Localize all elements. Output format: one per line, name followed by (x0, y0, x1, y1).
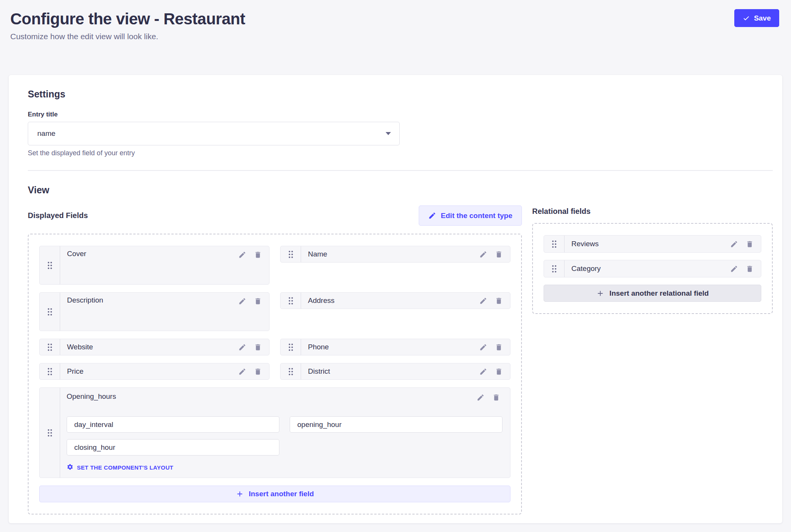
pencil-icon (730, 265, 738, 273)
subfield-label: day_interval (74, 421, 113, 429)
relational-row: Category (544, 260, 761, 277)
trash-icon (254, 297, 262, 305)
field-label: Price (67, 367, 236, 376)
save-button[interactable]: Save (734, 9, 779, 27)
edit-field-button[interactable] (477, 296, 490, 306)
pencil-icon (730, 240, 738, 248)
delete-field-button[interactable] (493, 296, 505, 306)
field-card-description[interactable]: Description (39, 292, 270, 331)
page-subtitle: Customize how the edit view will look li… (10, 32, 780, 41)
component-card-opening-hours[interactable]: Opening_hours day_interval opening_hour (39, 387, 510, 478)
relational-field-label: Reviews (571, 240, 728, 248)
component-label: Opening_hours (67, 392, 474, 401)
field-label: Phone (308, 343, 477, 351)
field-card-cover[interactable]: Cover (39, 246, 270, 285)
drag-handle[interactable] (544, 260, 565, 277)
displayed-fields-label: Displayed Fields (28, 211, 88, 220)
drag-handle[interactable] (40, 363, 60, 379)
edit-field-button[interactable] (477, 342, 490, 352)
drag-handle-icon (288, 343, 294, 352)
edit-content-type-button[interactable]: Edit the content type (419, 205, 522, 226)
drag-handle[interactable] (40, 246, 60, 284)
trash-icon (495, 368, 503, 376)
drag-handle[interactable] (281, 246, 301, 262)
delete-field-button[interactable] (490, 392, 502, 403)
field-label: Cover (67, 250, 236, 258)
delete-field-button[interactable] (252, 250, 264, 260)
drag-handle-icon (288, 296, 294, 305)
delete-field-button[interactable] (252, 366, 264, 377)
relational-fields-column: Relational fields Reviews (532, 196, 773, 514)
delete-field-button[interactable] (743, 264, 756, 274)
edit-field-button[interactable] (236, 296, 249, 306)
section-divider (28, 170, 773, 171)
set-component-layout-label: SET THE COMPONENT'S LAYOUT (77, 464, 173, 471)
edit-field-button[interactable] (728, 264, 740, 274)
drag-handle-icon (288, 250, 294, 259)
edit-content-type-label: Edit the content type (441, 212, 512, 220)
displayed-fields-container: Cover Nam (28, 234, 522, 514)
pencil-icon (479, 297, 487, 305)
trash-icon (495, 297, 503, 305)
delete-field-button[interactable] (252, 296, 264, 306)
component-subfield: closing_hour (67, 439, 279, 456)
edit-field-button[interactable] (477, 249, 490, 260)
gear-icon (67, 464, 73, 471)
field-label: District (308, 367, 477, 376)
drag-handle[interactable] (40, 388, 60, 478)
drag-handle[interactable] (281, 339, 301, 355)
set-component-layout-link[interactable]: SET THE COMPONENT'S LAYOUT (67, 464, 173, 471)
edit-field-button[interactable] (236, 250, 249, 260)
entry-title-label: Entry title (28, 111, 773, 118)
entry-title-hint: Set the displayed field of your entry (28, 149, 773, 157)
trash-icon (254, 343, 262, 351)
edit-field-button[interactable] (477, 366, 490, 377)
field-card-district[interactable]: District (280, 363, 510, 380)
pencil-icon (477, 393, 485, 401)
drag-handle[interactable] (281, 293, 301, 309)
field-card-name[interactable]: Name (280, 246, 510, 263)
trash-icon (492, 393, 500, 401)
relational-field-card-reviews[interactable]: Reviews (544, 235, 761, 253)
field-label: Name (308, 250, 477, 258)
field-card-phone[interactable]: Phone (280, 339, 510, 355)
entry-title-select[interactable]: name (28, 122, 400, 145)
pencil-icon (479, 343, 487, 351)
drag-handle-icon (551, 240, 557, 248)
field-label: Address (308, 296, 477, 305)
relational-fields-container: Reviews (532, 223, 773, 314)
edit-field-button[interactable] (236, 342, 249, 352)
edit-field-button[interactable] (474, 392, 487, 403)
edit-field-button[interactable] (236, 366, 249, 377)
delete-field-button[interactable] (493, 366, 505, 377)
relational-field-card-category[interactable]: Category (544, 260, 761, 277)
drag-handle-icon (47, 428, 53, 437)
drag-handle[interactable] (281, 363, 301, 379)
field-card-address[interactable]: Address (280, 292, 510, 309)
drag-handle[interactable] (40, 339, 60, 355)
insert-relational-field-label: Insert another relational field (609, 289, 709, 298)
delete-field-button[interactable] (252, 342, 264, 352)
field-card-price[interactable]: Price (39, 363, 270, 380)
delete-field-button[interactable] (493, 249, 505, 260)
subfield-label: closing_hour (74, 443, 115, 452)
drag-handle[interactable] (544, 236, 565, 252)
edit-field-button[interactable] (728, 239, 740, 249)
relational-row: Reviews (544, 235, 761, 253)
drag-handle[interactable] (40, 293, 60, 331)
insert-relational-field-button[interactable]: Insert another relational field (544, 285, 761, 302)
component-subfield: opening_hour (290, 416, 502, 433)
delete-field-button[interactable] (743, 239, 756, 249)
entry-title-selected-value: name (37, 129, 56, 138)
field-card-website[interactable]: Website (39, 339, 270, 355)
delete-field-button[interactable] (493, 342, 505, 352)
drag-handle-icon (47, 307, 53, 316)
insert-field-button[interactable]: Insert another field (39, 486, 510, 502)
plus-icon (596, 289, 604, 298)
trash-icon (254, 368, 262, 376)
insert-field-label: Insert another field (249, 490, 314, 498)
component-subfield: day_interval (67, 416, 279, 433)
settings-section: Settings Entry title name Set the displa… (28, 89, 773, 157)
trash-icon (746, 265, 754, 273)
pencil-icon (479, 368, 487, 376)
